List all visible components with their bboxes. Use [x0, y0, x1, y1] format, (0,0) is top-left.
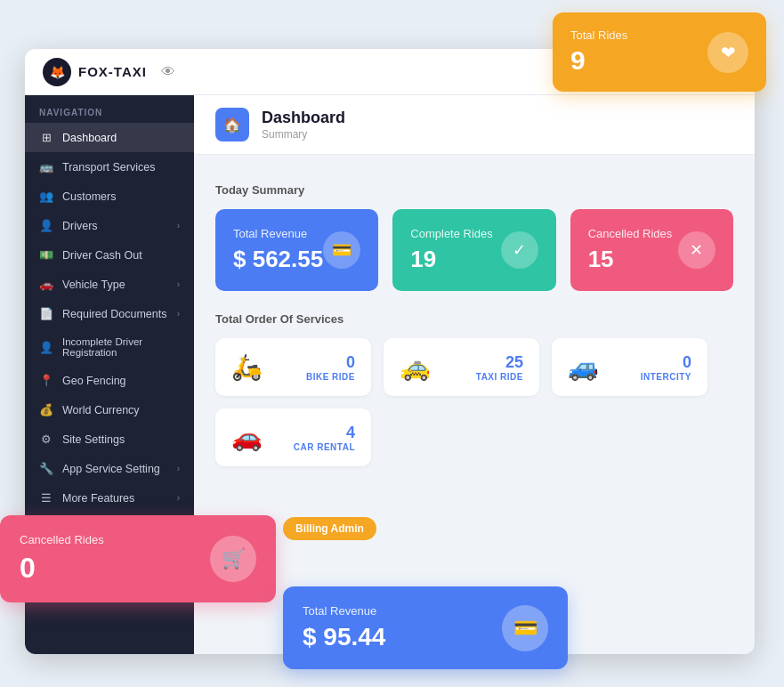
sidebar-item-label: Site Settings — [62, 433, 125, 446]
page-header: 🏠 Dashboard Summary — [194, 95, 755, 155]
summary-cards: Total Revenue $ 562.55 💳 Complete Rides … — [215, 209, 733, 291]
sidebar-item-drivers[interactable]: 👤 Drivers › — [25, 211, 194, 240]
total-revenue-label: Total Revenue — [233, 227, 323, 240]
app-service-icon: 🔧 — [39, 462, 53, 475]
floating-cancelled-rides-value: 0 — [20, 552, 104, 585]
incomplete-driver-icon: 👤 — [39, 341, 53, 354]
sidebar-item-label: Dashboard — [62, 132, 117, 144]
chevron-icon: › — [177, 464, 180, 473]
logo-area: 🦊 FOX-TAXI — [43, 58, 147, 86]
sidebar-item-label: Incomplete Driver Registration — [62, 336, 180, 358]
car-rental-count: 4 — [294, 424, 355, 442]
chevron-icon: › — [177, 279, 180, 289]
chevron-icon: › — [177, 309, 180, 319]
bike-ride-icon: 🛵 — [231, 352, 263, 382]
floating-cancelled-rides-card: Cancelled Rides 0 🛒 — [0, 515, 276, 602]
intercity-icon: 🚙 — [568, 352, 599, 382]
bike-ride-count: 0 — [306, 353, 355, 372]
floating-total-revenue-card: Total Revenue $ 95.44 💳 — [283, 586, 568, 669]
sidebar-item-label: Drivers — [62, 220, 98, 232]
floating-cancelled-rides-icon: 🛒 — [210, 536, 256, 582]
drivers-icon: 👤 — [39, 219, 53, 232]
sidebar-item-label: World Currency — [62, 404, 140, 416]
intercity-label: INTERCITY — [641, 372, 691, 382]
customers-icon: 👥 — [39, 190, 53, 203]
sidebar-item-dashboard[interactable]: ⊞ Dashboard — [25, 123, 194, 152]
service-card-taxi-ride: 🚕 25 TAXI RIDE — [384, 338, 539, 396]
geo-icon: 📍 — [39, 374, 53, 387]
settings-icon: ⚙ — [39, 432, 53, 446]
taxi-ride-label: TAXI RIDE — [476, 372, 523, 382]
floating-total-rides-icon: ❤ — [707, 32, 748, 73]
sidebar-item-label: Required Documents — [62, 308, 166, 320]
sidebar-item-label: Vehicle Type — [62, 279, 125, 291]
vehicle-icon: 🚗 — [39, 278, 53, 291]
chevron-icon: › — [177, 493, 180, 503]
floating-total-rides-label: Total Rides — [570, 28, 627, 42]
sidebar-item-app-service-setting[interactable]: 🔧 App Service Setting › — [25, 454, 194, 483]
cancelled-rides-card: Cancelled Rides 15 ✕ — [570, 209, 733, 291]
sidebar-item-label: Geo Fencing — [62, 375, 126, 387]
dashboard-icon: ⊞ — [39, 131, 53, 144]
floating-total-rides-value: 9 — [570, 45, 627, 76]
car-rental-label: CAR RENTAL — [294, 442, 355, 452]
documents-icon: 📄 — [39, 307, 53, 320]
sidebar-item-geo-fencing[interactable]: 📍 Geo Fencing — [25, 366, 194, 395]
sidebar-item-site-settings[interactable]: ⚙ Site Settings — [25, 424, 194, 454]
sidebar-item-world-currency[interactable]: 💰 World Currency — [25, 395, 194, 424]
more-features-icon: ☰ — [39, 491, 53, 505]
floating-revenue-label: Total Revenue — [303, 604, 385, 618]
complete-rides-card: Complete Rides 19 ✓ — [392, 209, 555, 291]
services-section-title: Total Order Of Services — [215, 312, 733, 326]
page-title: Dashboard — [262, 109, 345, 127]
content-area: Today Summary Total Revenue $ 562.55 💳 C… — [194, 155, 755, 484]
page-subtitle: Summary — [262, 128, 345, 141]
service-card-car-rental: 🚗 4 CAR RENTAL — [215, 408, 371, 466]
floating-revenue-icon: 💳 — [502, 605, 548, 651]
sidebar-item-more-features[interactable]: ☰ More Features › — [25, 483, 194, 513]
transport-icon: 🚌 — [39, 160, 53, 174]
sidebar-item-transport-services[interactable]: 🚌 Transport Services — [25, 152, 194, 182]
chevron-icon: › — [177, 221, 180, 230]
billing-admin-tag: Billing Admin — [283, 517, 376, 540]
currency-icon: 💰 — [39, 403, 53, 416]
cash-out-icon: 💵 — [39, 248, 53, 262]
sidebar-item-label: Driver Cash Out — [62, 249, 142, 262]
complete-rides-icon: ✓ — [501, 231, 538, 269]
floating-total-rides-card: Total Rides 9 ❤ — [553, 12, 766, 92]
cancelled-rides-icon: ✕ — [678, 231, 715, 269]
sidebar-item-incomplete-driver[interactable]: 👤 Incomplete Driver Registration — [25, 328, 194, 366]
total-revenue-value: $ 562.55 — [233, 246, 323, 273]
today-summary-title: Today Summary — [215, 173, 733, 197]
complete-rides-label: Complete Rides — [410, 227, 493, 240]
taxi-ride-count: 25 — [476, 353, 523, 372]
complete-rides-value: 19 — [410, 246, 493, 273]
taxi-ride-icon: 🚕 — [400, 352, 431, 382]
floating-revenue-value: $ 95.44 — [303, 623, 385, 651]
floating-cancelled-rides-label: Cancelled Rides — [20, 533, 104, 546]
sidebar-item-label: More Features — [62, 492, 134, 505]
total-revenue-icon: 💳 — [323, 231, 360, 269]
cancelled-rides-value: 15 — [588, 246, 673, 273]
sidebar-nav-label: Navigation — [25, 95, 194, 123]
sidebar-item-label: Customers — [62, 190, 116, 203]
car-rental-icon: 🚗 — [231, 423, 263, 452]
eye-icon[interactable]: 👁 — [161, 64, 175, 80]
sidebar-item-label: Transport Services — [62, 161, 155, 174]
page-header-icon: 🏠 — [215, 108, 249, 141]
service-card-bike-ride: 🛵 0 BIKE RIDE — [215, 338, 371, 396]
logo-icon: 🦊 — [43, 58, 71, 86]
sidebar-item-required-documents[interactable]: 📄 Required Documents › — [25, 299, 194, 328]
sidebar-item-customers[interactable]: 👥 Customers — [25, 182, 194, 211]
intercity-count: 0 — [641, 353, 691, 372]
sidebar-item-label: App Service Setting — [62, 463, 160, 475]
sidebar-item-vehicle-type[interactable]: 🚗 Vehicle Type › — [25, 270, 194, 299]
bike-ride-label: BIKE RIDE — [306, 372, 355, 382]
total-revenue-card: Total Revenue $ 562.55 💳 — [215, 209, 378, 291]
cancelled-rides-label: Cancelled Rides — [588, 227, 673, 240]
service-card-intercity: 🚙 0 INTERCITY — [552, 338, 707, 396]
sidebar-item-driver-cash-out[interactable]: 💵 Driver Cash Out — [25, 240, 194, 270]
app-name: FOX-TAXI — [78, 64, 147, 79]
service-cards-grid: 🛵 0 BIKE RIDE 🚕 25 TAXI RIDE — [215, 338, 733, 466]
main-content: 🏠 Dashboard Summary Today Summary Total … — [194, 95, 755, 654]
